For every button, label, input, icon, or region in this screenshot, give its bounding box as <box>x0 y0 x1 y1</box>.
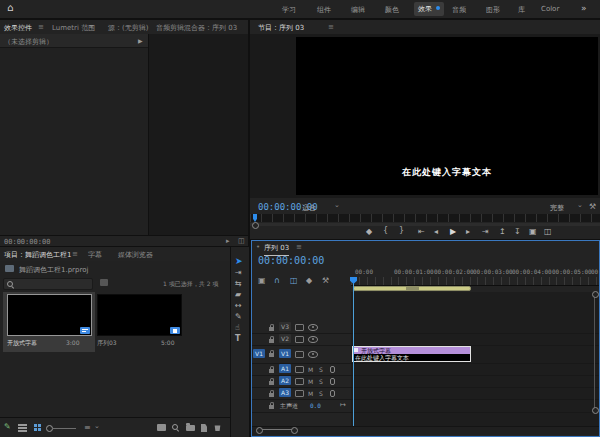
lock-icon[interactable] <box>269 393 274 397</box>
chevron-down-icon[interactable]: ⌄ <box>334 201 340 209</box>
new-bin-icon[interactable] <box>186 425 195 431</box>
h-scroll-handle-left[interactable] <box>256 427 263 434</box>
panel-menu-icon[interactable]: ≡ <box>296 243 302 251</box>
track-target-v3[interactable]: V3 <box>279 322 291 331</box>
time-ruler[interactable]: 00:00 00:00:01:00 00:00:02:00 00:00:03:0… <box>351 267 599 286</box>
program-video-frame[interactable]: 在此处键入字幕文本 <box>296 37 598 195</box>
play-button[interactable]: ▶ <box>450 228 456 236</box>
panel-menu-icon[interactable]: ≡ <box>328 23 334 31</box>
sort-icon[interactable]: ≡ <box>84 423 91 432</box>
tab-source-monitor[interactable]: 源：(无剪辑) <box>108 23 148 33</box>
track-select-forward-tool[interactable]: ⇥ <box>235 269 242 277</box>
settings-wrench-icon[interactable]: ⚒ <box>589 202 596 211</box>
voiceover-record-mic-icon[interactable] <box>330 378 335 385</box>
icon-view-icon[interactable] <box>34 424 37 427</box>
go-to-in-button[interactable]: ⇤ <box>418 228 425 236</box>
workspace-tab-assembly[interactable]: 组件 <box>317 5 331 15</box>
search-input[interactable] <box>3 278 93 290</box>
sync-lock-icon[interactable] <box>295 351 304 358</box>
workspace-tab-learning[interactable]: 学习 <box>282 5 296 15</box>
horizontal-scrollbar-track[interactable] <box>252 426 599 435</box>
v-scroll-handle-top[interactable] <box>592 291 599 298</box>
playhead-line[interactable] <box>353 277 354 426</box>
caption-clip[interactable]: 开放式字幕 在此处键入字幕文本 <box>352 346 471 362</box>
zoom-slider-track[interactable] <box>52 428 76 429</box>
track-output-eye-icon[interactable] <box>308 336 318 343</box>
tab-lumetri-scopes[interactable]: Lumetri 范围 <box>52 23 95 33</box>
thumbnail[interactable] <box>97 294 182 336</box>
type-tool[interactable]: T <box>235 335 240 343</box>
h-scroll-handle-right[interactable] <box>291 427 298 434</box>
lock-icon[interactable] <box>269 353 274 357</box>
comparison-view-button[interactable]: ◫ <box>544 228 552 236</box>
workspace-tab-editing[interactable]: 编辑 <box>351 5 365 15</box>
linked-selection-toggle[interactable]: ◫ <box>290 277 298 285</box>
solo-toggle[interactable]: S <box>319 366 323 373</box>
timeline-settings-wrench-icon[interactable]: ⚒ <box>322 277 329 285</box>
workspace-overflow-icon[interactable]: » <box>581 3 587 13</box>
master-fit-icon[interactable]: ↦ <box>340 401 346 409</box>
program-time-ruler[interactable] <box>250 214 600 222</box>
playback-resolution-select[interactable]: 完整 <box>550 203 564 213</box>
workspace-tab-libraries[interactable]: 库 <box>518 5 525 15</box>
insert-overwrite-nested-toggle[interactable]: ▣ <box>258 277 266 285</box>
track-target-v1[interactable]: V1 <box>279 349 291 358</box>
track-target-a1[interactable]: A1 <box>279 364 291 373</box>
voiceover-record-mic-icon[interactable] <box>330 390 335 397</box>
solo-toggle[interactable]: S <box>319 378 323 385</box>
automate-to-sequence-icon[interactable] <box>157 424 166 431</box>
mute-toggle[interactable]: M <box>308 390 313 397</box>
zoom-handle-left[interactable] <box>252 222 259 229</box>
step-forward-button[interactable]: ▸ <box>466 228 470 236</box>
hand-tool[interactable]: ☝ <box>235 324 240 332</box>
tab-audio-clip-mixer[interactable]: 音频剪辑混合器：序列 03 <box>156 23 237 33</box>
go-to-out-button[interactable]: ⇥ <box>482 228 489 236</box>
mute-toggle[interactable]: M <box>308 378 313 385</box>
timeline-timecode[interactable]: 00:00:00:00 <box>258 255 324 266</box>
home-icon[interactable]: ⌂ <box>7 2 13 13</box>
mute-toggle[interactable]: M <box>308 366 313 373</box>
slip-tool[interactable]: ↔ <box>235 302 242 310</box>
horizontal-scrollbar-thumb[interactable] <box>259 429 293 430</box>
caption-overlay-text[interactable]: 在此处键入字幕文本 <box>296 166 598 179</box>
zoom-level-select[interactable]: 适合 <box>302 203 316 213</box>
tab-media-browser[interactable]: 媒体浏览器 <box>118 250 153 260</box>
panel-menu-icon[interactable]: ≡ <box>38 23 44 31</box>
chevron-down-icon[interactable]: ⌄ <box>94 422 100 430</box>
track-target-a2[interactable]: A2 <box>279 376 291 385</box>
track-target-a3[interactable]: A3 <box>279 388 291 397</box>
find-icon[interactable] <box>172 424 178 430</box>
delete-icon[interactable] <box>214 424 221 431</box>
snap-toggle[interactable]: ∩ <box>274 277 280 285</box>
project-item-sequence-03[interactable]: 序列03 5:00 <box>95 292 187 352</box>
new-item-icon[interactable] <box>201 424 207 432</box>
toggle-view-icon[interactable]: ◫ <box>238 238 245 245</box>
add-marker-button[interactable]: ◆ <box>366 228 372 236</box>
sync-lock-icon[interactable] <box>295 378 304 385</box>
sync-lock-icon[interactable] <box>295 390 304 397</box>
pen-tool[interactable]: ✎ <box>235 313 242 321</box>
thumbnail[interactable] <box>7 294 92 336</box>
project-writable-icon[interactable]: ✎ <box>4 423 11 431</box>
program-zoom-bar[interactable] <box>250 223 600 226</box>
workspace-tab-color[interactable]: 颜色 <box>385 5 399 15</box>
lock-icon[interactable] <box>269 327 274 331</box>
project-item-open-captions[interactable]: 开放式字幕 3:00 <box>3 292 95 352</box>
sync-lock-icon[interactable] <box>295 336 304 343</box>
solo-toggle[interactable]: S <box>319 390 323 397</box>
step-back-button[interactable]: ◂ <box>434 228 438 236</box>
v-scroll-handle-bottom[interactable] <box>592 407 599 414</box>
ripple-edit-tool[interactable]: ⇆ <box>235 280 242 288</box>
mark-out-button[interactable]: } <box>399 227 404 235</box>
source-patch-v1[interactable]: V1 <box>253 349 265 358</box>
razor-tool[interactable]: ▰ <box>235 291 241 299</box>
sync-lock-icon[interactable] <box>295 366 304 373</box>
track-output-eye-icon[interactable] <box>308 351 318 358</box>
mark-in-button[interactable]: { <box>383 227 388 235</box>
tab-captions[interactable]: 字幕 <box>88 250 102 260</box>
add-marker-button[interactable]: ◆ <box>306 277 312 285</box>
sync-lock-icon[interactable] <box>295 324 304 331</box>
lock-icon[interactable] <box>269 369 274 373</box>
panel-menu-icon[interactable]: ≡ <box>72 250 78 258</box>
lock-icon[interactable] <box>269 339 274 343</box>
